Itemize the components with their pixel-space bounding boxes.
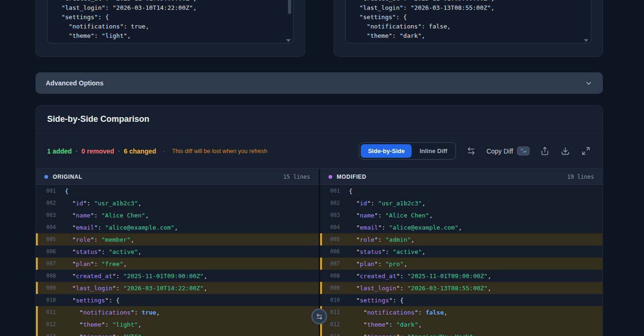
modified-json-card: "created_at": "2025-11-01T09:00:00Z", "l… <box>334 0 603 57</box>
modified-code: 001{002 "id": "usr_a1b2c3",003 "name": "… <box>320 185 603 336</box>
comparison-title: Side-by-Side Comparison <box>47 114 149 124</box>
code-line: "timezone": "America/New_York" <box>349 333 473 336</box>
line-number: 007 <box>46 260 60 267</box>
swap-sides-button[interactable] <box>466 146 476 156</box>
code-line: "last_login": "2026-03-10T14:22:00Z", <box>65 285 207 292</box>
diff-row: 002 "id": "usr_a1b2c3", <box>320 197 603 209</box>
code-line: "notifications": true, <box>65 309 160 316</box>
copy-diff-label: Copy Diff <box>486 147 513 155</box>
comparison-panel: Side-by-Side Comparison 1 added · 0 remo… <box>35 105 603 336</box>
diff-view: ORIGINAL 15 lines 001{002 "id": "usr_a1b… <box>36 168 602 336</box>
line-number: 013 <box>46 333 60 336</box>
diff-row: 001{ <box>320 185 603 197</box>
scrollbar-thumb[interactable] <box>288 0 291 14</box>
diff-row: 007 "plan": "pro", <box>320 258 603 270</box>
line-number: 001 <box>46 188 60 194</box>
code-line: "status": "active", <box>349 248 426 255</box>
chevron-down-icon <box>585 79 593 87</box>
modified-line-count: 19 lines <box>567 174 594 180</box>
diff-row: 011 "notifications": true, <box>36 306 319 318</box>
note-separator: · <box>163 148 165 154</box>
modified-json-text: "created_at": "2025-11-01T09:00:00Z", "l… <box>352 0 580 41</box>
download-button[interactable] <box>560 146 571 156</box>
modified-json-input[interactable]: "created_at": "2025-11-01T09:00:00Z", "l… <box>345 0 592 43</box>
code-line: "status": "active", <box>65 248 141 255</box>
editor-line: "notifications": false, <box>352 22 580 31</box>
modified-dot-icon <box>329 175 332 179</box>
diff-row: 010 "settings": { <box>320 294 603 306</box>
code-line: "plan": "pro", <box>349 260 407 267</box>
code-line: { <box>65 188 69 195</box>
editor-line: "created_at": "2025-11-01T09:00:00Z", <box>352 0 580 3</box>
line-number: 001 <box>330 188 344 194</box>
stats-separator: · <box>76 147 78 155</box>
view-mode-toggle: Side-by-Side Inline Diff <box>359 142 456 160</box>
code-line: "theme": "light", <box>65 321 141 328</box>
editor-line: "last_login": "2026-03-10T14:22:00Z", <box>54 3 282 13</box>
diff-row: 009 "last_login": "2026-03-13T08:55:00Z"… <box>320 282 603 294</box>
code-line: "timezone": "UTC" <box>65 333 141 336</box>
download-icon <box>561 147 570 155</box>
scrollbar-down-icon[interactable] <box>584 39 588 42</box>
copy-diff-button[interactable]: Copy Diff ^↵ <box>486 147 530 155</box>
refresh-warning: This diff will be lost when you refresh <box>172 148 267 154</box>
diff-row: 008 "created_at": "2025-11-01T09:00:00Z"… <box>36 270 319 282</box>
code-line: "email": "alice@example.com", <box>349 224 462 231</box>
removed-count: 0 removed <box>82 147 114 155</box>
line-number: 003 <box>46 212 60 218</box>
diff-row: 011 "notifications": false, <box>320 306 603 318</box>
line-number: 008 <box>46 273 60 279</box>
swap-arrows-icon <box>316 313 323 320</box>
line-number: 004 <box>46 224 60 231</box>
diff-row: 012 "theme": "light", <box>36 318 319 330</box>
diff-row: 009 "last_login": "2026-03-10T14:22:00Z"… <box>36 282 319 294</box>
json-input-section: "created_at": "2025-11-01T09:00:00Z", "l… <box>35 0 603 57</box>
diff-row: 002 "id": "usr_a1b2c3", <box>36 197 319 209</box>
advanced-options-header[interactable]: Advanced Options <box>35 72 603 94</box>
editor-line: "settings": { <box>54 13 282 22</box>
swap-arrows-icon <box>467 147 476 155</box>
scrollbar-down-icon[interactable] <box>286 39 291 42</box>
diff-row: 001{ <box>36 185 319 197</box>
editor-line: "created_at": "2025-11-01T09:00:00Z", <box>54 0 282 3</box>
diff-stats: 1 added · 0 removed · 6 changed · This d… <box>47 147 267 155</box>
added-count: 1 added <box>47 147 72 155</box>
code-line: "theme": "dark", <box>349 321 422 328</box>
expand-icon <box>581 147 590 155</box>
inline-diff-button[interactable]: Inline Diff <box>413 144 454 158</box>
editor-line: "theme": "dark", <box>352 31 580 41</box>
original-json-input[interactable]: "created_at": "2025-11-01T09:00:00Z", "l… <box>47 0 294 43</box>
share-icon <box>540 147 549 155</box>
share-button[interactable] <box>539 146 550 156</box>
diff-row: 006 "status": "active", <box>320 245 603 258</box>
original-dot-icon <box>44 175 48 179</box>
line-number: 005 <box>46 236 60 243</box>
editor-line: "notifications": true, <box>54 22 282 31</box>
side-by-side-button[interactable]: Side-by-Side <box>361 144 412 158</box>
fullscreen-button[interactable] <box>581 146 591 156</box>
swap-panes-fab[interactable] <box>311 308 327 324</box>
code-line: "created_at": "2025-11-01T09:00:00Z", <box>349 273 491 280</box>
line-number: 011 <box>330 309 344 315</box>
diff-row: 007 "plan": "free", <box>36 258 319 270</box>
toolbar-actions: Side-by-Side Inline Diff Copy Diff ^↵ <box>359 142 591 160</box>
code-line: "created_at": "2025-11-01T09:00:00Z", <box>65 273 207 280</box>
code-line: "settings": { <box>65 297 119 304</box>
line-number: 009 <box>330 285 344 291</box>
line-number: 009 <box>46 285 60 291</box>
line-number: 008 <box>330 273 344 279</box>
diff-row: 004 "email": "alice@example.com", <box>320 221 603 233</box>
original-pane: ORIGINAL 15 lines 001{002 "id": "usr_a1b… <box>36 169 319 336</box>
code-line: "email": "alice@example.com", <box>65 224 178 231</box>
code-line: "last_login": "2026-03-13T08:55:00Z", <box>349 285 491 292</box>
line-number: 010 <box>46 297 60 303</box>
original-pane-header: ORIGINAL 15 lines <box>36 169 319 185</box>
editor-line: "theme": "light", <box>54 31 282 41</box>
comparison-toolbar: 1 added · 0 removed · 6 changed · This d… <box>36 133 602 168</box>
code-line: "role": "admin", <box>349 236 415 243</box>
comparison-header: Side-by-Side Comparison <box>36 105 602 133</box>
code-line: "id": "usr_a1b2c3", <box>65 200 141 207</box>
diff-row: 010 "settings": { <box>36 294 319 306</box>
copy-shortcut-badge: ^↵ <box>517 147 530 155</box>
code-line: { <box>349 188 353 195</box>
